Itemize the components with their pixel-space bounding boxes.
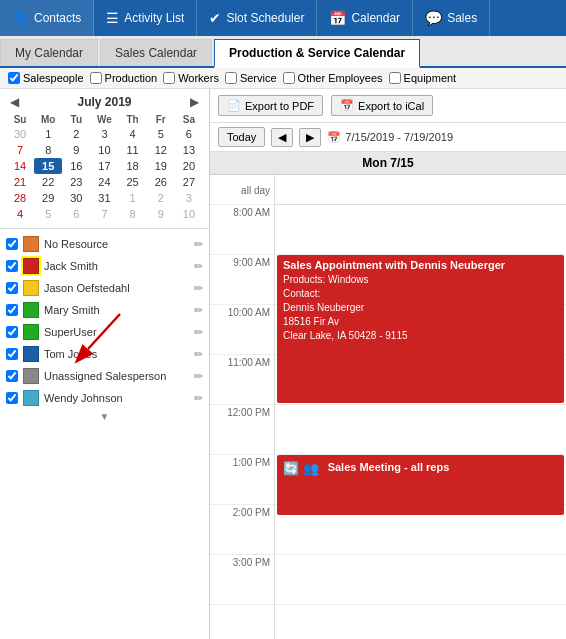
tab-production-service-calendar[interactable]: Production & Service Calendar [214, 39, 420, 68]
scroll-down-arrow[interactable]: ▼ [0, 409, 209, 424]
edit-icon-unassigned-salesperson[interactable]: ✏ [194, 370, 203, 383]
mini-cal-day[interactable]: 25 [119, 174, 147, 190]
mini-cal-day[interactable]: 27 [175, 174, 203, 190]
mini-cal-day[interactable]: 18 [119, 158, 147, 174]
mini-cal-day[interactable]: 20 [175, 158, 203, 174]
checkbox-jack-smith[interactable] [6, 260, 18, 272]
mini-cal-day[interactable]: 4 [119, 126, 147, 142]
nav-calendar[interactable]: 📅 Calendar [317, 0, 413, 36]
mini-cal-day[interactable]: 14 [6, 158, 34, 174]
mini-cal-day[interactable]: 2 [147, 190, 175, 206]
mini-cal-day[interactable]: 19 [147, 158, 175, 174]
prev-week-button[interactable]: ◀ [271, 128, 293, 147]
nav-activity-list-label: Activity List [124, 11, 184, 25]
mini-cal-day[interactable]: 13 [175, 142, 203, 158]
mini-cal-day[interactable]: 31 [90, 190, 118, 206]
tab-sales-calendar[interactable]: Sales Calendar [100, 39, 212, 66]
mini-cal-day[interactable]: 1 [34, 126, 62, 142]
next-month-button[interactable]: ▶ [186, 95, 203, 109]
mini-cal-day[interactable]: 2 [62, 126, 90, 142]
filter-salespeople[interactable]: Salespeople [8, 72, 84, 84]
mini-cal-day[interactable]: 8 [34, 142, 62, 158]
mini-cal-day[interactable]: 5 [147, 126, 175, 142]
nav-contacts[interactable]: 👤 Contacts [0, 0, 94, 36]
checkbox-superuser[interactable] [6, 326, 18, 338]
prev-month-button[interactable]: ◀ [6, 95, 23, 109]
sales-person-jason-oefstedahl[interactable]: Jason Oefstedahl✏ [0, 277, 209, 299]
mini-cal-day[interactable]: 21 [6, 174, 34, 190]
mini-cal-day[interactable]: 10 [175, 206, 203, 222]
tab-my-calendar[interactable]: My Calendar [0, 39, 98, 66]
edit-icon-mary-smith[interactable]: ✏ [194, 304, 203, 317]
mini-cal-day[interactable]: 7 [90, 206, 118, 222]
mini-cal-day[interactable]: 26 [147, 174, 175, 190]
today-button[interactable]: Today [218, 127, 265, 147]
main-layout: ◀ July 2019 ▶ Su Mo Tu We Th Fr Sa [0, 89, 566, 639]
sales-person-superuser[interactable]: SuperUser✏ [0, 321, 209, 343]
mini-cal-day[interactable]: 29 [34, 190, 62, 206]
filter-other-employees[interactable]: Other Employees [283, 72, 383, 84]
mini-cal-day[interactable]: 23 [62, 174, 90, 190]
edit-icon-jason-oefstedahl[interactable]: ✏ [194, 282, 203, 295]
mini-cal-day[interactable]: 12 [147, 142, 175, 158]
checkbox-mary-smith[interactable] [6, 304, 18, 316]
mini-cal-day[interactable]: 15 [34, 158, 62, 174]
mini-cal-day[interactable]: 9 [147, 206, 175, 222]
filter-service[interactable]: Service [225, 72, 277, 84]
event-sales-appointment[interactable]: Sales Appointment with Dennis Neuberger … [277, 255, 564, 403]
mini-cal-day[interactable]: 1 [119, 190, 147, 206]
edit-icon-superuser[interactable]: ✏ [194, 326, 203, 339]
day-header: Mon 7/15 [210, 152, 566, 175]
checkbox-no-resource[interactable] [6, 238, 18, 250]
mini-cal-day[interactable]: 4 [6, 206, 34, 222]
mini-cal-day[interactable]: 7 [6, 142, 34, 158]
checkbox-unassigned-salesperson[interactable] [6, 370, 18, 382]
edit-icon-jack-smith[interactable]: ✏ [194, 260, 203, 273]
sales-name-tom-jones: Tom Jones [44, 348, 189, 360]
event-sales-meeting[interactable]: 🔄 👥 Sales Meeting - all reps [277, 455, 564, 515]
filter-equipment[interactable]: Equipment [389, 72, 457, 84]
checkbox-jason-oefstedahl[interactable] [6, 282, 18, 294]
filter-production[interactable]: Production [90, 72, 158, 84]
mini-cal-day[interactable]: 10 [90, 142, 118, 158]
sales-person-wendy-johnson[interactable]: Wendy Johnson✏ [0, 387, 209, 409]
sales-person-unassigned-salesperson[interactable]: Unassigned Salesperson✏ [0, 365, 209, 387]
day-header-mo: Mo [34, 113, 62, 126]
mini-cal-day[interactable]: 11 [119, 142, 147, 158]
mini-cal-day[interactable]: 3 [175, 190, 203, 206]
edit-icon-wendy-johnson[interactable]: ✏ [194, 392, 203, 405]
sales-person-jack-smith[interactable]: Jack Smith✏ [0, 255, 209, 277]
checkbox-tom-jones[interactable] [6, 348, 18, 360]
color-block-wendy-johnson [23, 390, 39, 406]
sales-person-mary-smith[interactable]: Mary Smith✏ [0, 299, 209, 321]
mini-cal-day[interactable]: 6 [62, 206, 90, 222]
mini-cal-day[interactable]: 5 [34, 206, 62, 222]
mini-cal-day[interactable]: 9 [62, 142, 90, 158]
mini-cal-day[interactable]: 17 [90, 158, 118, 174]
mini-cal-day[interactable]: 22 [34, 174, 62, 190]
mini-cal-day[interactable]: 28 [6, 190, 34, 206]
calendar-icon: 📅 [329, 10, 346, 26]
export-pdf-button[interactable]: 📄 Export to PDF [218, 95, 323, 116]
mini-cal-day[interactable]: 24 [90, 174, 118, 190]
nav-slot-scheduler[interactable]: ✔ Slot Scheduler [197, 0, 317, 36]
mini-cal-day[interactable]: 3 [90, 126, 118, 142]
checkbox-wendy-johnson[interactable] [6, 392, 18, 404]
mini-cal-day[interactable]: 30 [6, 126, 34, 142]
edit-icon-no-resource[interactable]: ✏ [194, 238, 203, 251]
nav-sales[interactable]: 💬 Sales [413, 0, 490, 36]
edit-icon-tom-jones[interactable]: ✏ [194, 348, 203, 361]
sales-person-no-resource[interactable]: No Resource✏ [0, 233, 209, 255]
filters-row: Salespeople Production Workers Service O… [0, 68, 566, 89]
filter-workers[interactable]: Workers [163, 72, 219, 84]
export-ical-button[interactable]: 📅 Export to iCal [331, 95, 433, 116]
mini-cal-day[interactable]: 8 [119, 206, 147, 222]
sales-person-tom-jones[interactable]: Tom Jones✏ [0, 343, 209, 365]
mini-cal-day[interactable]: 30 [62, 190, 90, 206]
tabs-row: My Calendar Sales Calendar Production & … [0, 36, 566, 68]
next-week-button[interactable]: ▶ [299, 128, 321, 147]
event-title-sales-appointment: Sales Appointment with Dennis Neuberger [283, 259, 558, 271]
mini-cal-day[interactable]: 6 [175, 126, 203, 142]
nav-activity-list[interactable]: ☰ Activity List [94, 0, 197, 36]
mini-cal-day[interactable]: 16 [62, 158, 90, 174]
